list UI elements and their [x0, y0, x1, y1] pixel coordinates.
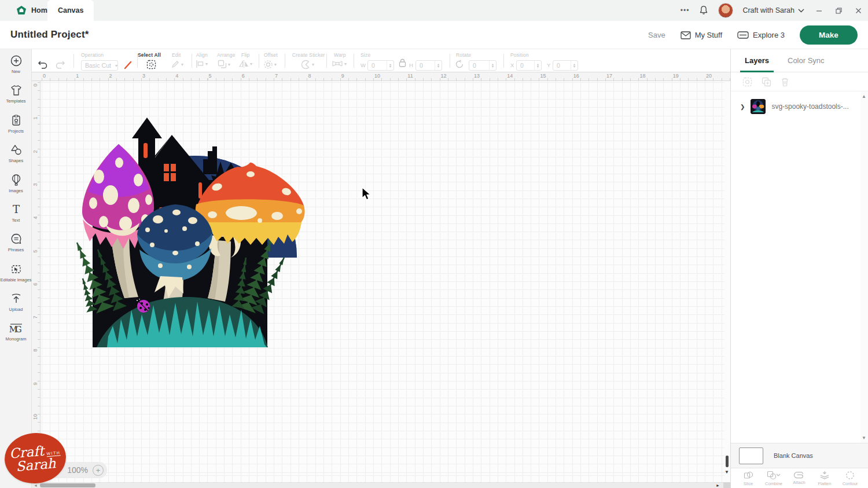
pos-x-label: X [510, 62, 514, 68]
canvas-artwork-spooky-toadstools[interactable] [73, 106, 305, 349]
zoom-in-button[interactable]: + [93, 465, 104, 476]
save-button[interactable]: Save [648, 31, 665, 39]
offset-button[interactable]: ▾ [263, 60, 277, 69]
window-controls [809, 0, 868, 21]
tab-canvas[interactable]: Canvas [47, 0, 94, 21]
sidebar-item-new[interactable]: New [0, 49, 32, 79]
home-icon [16, 5, 27, 16]
make-button[interactable]: Make [800, 25, 858, 45]
flatten-button[interactable]: Flatten [812, 468, 837, 488]
redo-button[interactable] [55, 60, 65, 69]
my-stuff-label: My Stuff [695, 31, 722, 39]
my-stuff-button[interactable]: My Stuff [681, 31, 722, 39]
ruler-number: 6 [242, 73, 245, 79]
new-plus-icon [10, 54, 23, 67]
expand-chevron-icon[interactable]: ❯ [740, 104, 745, 110]
contour-button[interactable]: Contour [837, 468, 863, 488]
combine-button[interactable]: Combine [761, 468, 786, 488]
ruler-number: 4 [175, 73, 178, 79]
duplicate-icon[interactable] [762, 77, 771, 87]
pos-x-input[interactable]: 0 ▴▾ [516, 60, 542, 71]
rotate-input[interactable]: 0 ▴▾ [469, 60, 496, 71]
ruler-number: 14 [507, 73, 513, 79]
scroll-right-icon[interactable]: ► [716, 483, 720, 487]
notifications-bell-icon[interactable] [698, 5, 709, 16]
tab-color-sync[interactable]: Color Sync [788, 49, 825, 72]
blank-canvas-label: Blank Canvas [774, 452, 813, 459]
edit-button[interactable]: ▾ [171, 60, 183, 69]
attach-button[interactable]: Attach [786, 468, 812, 488]
minimize-button[interactable] [809, 0, 829, 21]
align-button[interactable]: ▾ [196, 60, 208, 68]
horizontal-scrollbar[interactable]: ◄ ► [32, 482, 723, 488]
horizontal-scroll-thumb[interactable] [40, 483, 95, 487]
ruler-number: 16 [573, 73, 579, 79]
warp-button[interactable]: ▾ [332, 60, 347, 68]
scroll-down-icon[interactable]: ▼ [724, 469, 729, 475]
sidebar-item-monogram[interactable]: MG Monogram [0, 317, 32, 346]
chevron-down-icon: ▾ [115, 63, 117, 68]
panel-scrollbar[interactable]: ▲ ▼ [860, 91, 868, 443]
operation-select[interactable]: Basic Cut ▾ [81, 60, 118, 71]
close-button[interactable] [848, 0, 868, 21]
lock-aspect-icon[interactable] [399, 58, 406, 67]
pos-y-input[interactable]: 0 ▴▾ [553, 60, 578, 71]
canvas-area[interactable]: 01234567891011121314151617181920 0123456… [32, 72, 730, 488]
mouse-cursor [361, 187, 372, 201]
delete-trash-icon[interactable] [781, 77, 789, 87]
logo-word-sarah: Sarah [16, 456, 57, 473]
create-sticker-button[interactable]: ▾ [301, 60, 314, 69]
arrange-button[interactable]: ▾ [218, 60, 230, 69]
vertical-scroll-thumb[interactable] [726, 456, 729, 467]
rotate-icon[interactable] [455, 60, 464, 69]
size-w-label: W [361, 62, 366, 68]
user-menu[interactable]: Craft with Sarah [742, 6, 804, 14]
select-all-button[interactable] [146, 60, 156, 69]
sidebar-item-templates[interactable]: Templates [0, 79, 32, 108]
ruler-number: 1 [32, 115, 38, 122]
flip-button[interactable]: ▾ [239, 60, 252, 68]
sidebar-item-editable-images[interactable]: Editable Images [0, 258, 32, 287]
monogram-icon: MG [9, 322, 24, 335]
panel-scroll-down-icon[interactable]: ▼ [862, 435, 866, 441]
more-options-icon[interactable]: ••• [681, 6, 690, 14]
tab-layers[interactable]: Layers [745, 49, 769, 72]
blank-canvas-row[interactable]: Blank Canvas [731, 443, 868, 468]
size-h-input[interactable]: 0 ▴▾ [415, 60, 442, 71]
sidebar-item-phrases[interactable]: Phrases [0, 228, 32, 257]
material-color-swatch[interactable] [123, 60, 133, 70]
position-label: Position [510, 52, 529, 58]
sidebar-item-text[interactable]: T Text [0, 198, 32, 228]
envelope-icon [681, 31, 691, 39]
sidebar-item-shapes[interactable]: Shapes [0, 138, 32, 168]
select-all-label: Select All [138, 52, 161, 58]
ruler-number: 7 [32, 314, 38, 321]
operation-value: Basic Cut [82, 62, 115, 69]
shapes-icon [10, 144, 23, 156]
tshirt-icon [10, 84, 23, 97]
explore-machine-button[interactable]: Explore 3 [737, 31, 785, 39]
user-avatar[interactable] [718, 3, 733, 18]
arrange-label: Arrange [217, 52, 236, 58]
sidebar-item-projects[interactable]: Projects [0, 109, 32, 138]
scrollbar-corner [723, 482, 730, 488]
ruler-number: 20 [706, 73, 712, 79]
layer-row-spooky-toadstools[interactable]: ❯ svg-spooky-toadstools-... [731, 97, 862, 116]
group-select-icon[interactable] [742, 77, 752, 87]
scroll-left-icon[interactable]: ◄ [34, 483, 38, 487]
restore-button[interactable] [829, 0, 848, 21]
edit-toolbar: Operation Basic Cut ▾ Select All Edit ▾ … [32, 49, 730, 72]
edit-label: Edit [172, 52, 181, 58]
ruler-number: 1 [76, 73, 79, 79]
sidebar-item-images[interactable]: Images [0, 168, 32, 198]
blank-canvas-thumbnail [739, 447, 763, 464]
slice-button[interactable]: Slice [735, 468, 761, 488]
size-h-label: H [409, 62, 413, 68]
panel-scroll-up-icon[interactable]: ▲ [862, 94, 866, 99]
speech-bubble-icon [10, 233, 23, 245]
size-w-input[interactable]: 0 ▴▾ [367, 60, 394, 71]
ruler-number: 9 [341, 73, 344, 79]
sidebar-item-upload[interactable]: Upload [0, 287, 32, 317]
undo-button[interactable] [38, 60, 48, 69]
ruler-number: 12 [441, 73, 447, 79]
